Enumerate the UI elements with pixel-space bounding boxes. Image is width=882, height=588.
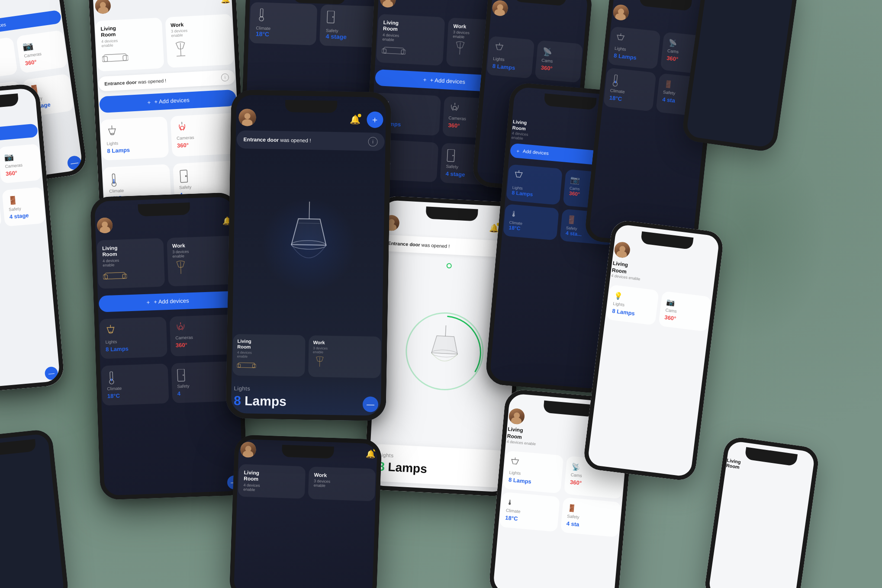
sofa-icon: [382, 45, 406, 57]
dial-ring: [404, 310, 486, 392]
lights-card: Lights 8 Lamps: [608, 26, 661, 69]
svg-point-8: [180, 126, 184, 129]
living-room-card[interactable]: LivingRoom 4 devicesenable: [232, 334, 306, 377]
door-icon: [178, 169, 190, 183]
work-room-name: Work: [313, 340, 377, 347]
phone-8-featured: 🔔 ＋ Entrance door was opened ! i: [225, 90, 391, 421]
camera-icon: 📷: [4, 150, 35, 162]
plus-icon: ＋: [422, 76, 428, 84]
cameras-value: 360°: [5, 168, 36, 177]
svg-rect-32: [105, 272, 125, 279]
phone-11: 🔔 LivingRoom 4 devicesenable Work 3 devi…: [229, 434, 382, 588]
dial-indicator: [446, 263, 452, 269]
door-icon: [446, 149, 456, 163]
cameras-card: 📡 Cams 360°: [535, 40, 583, 83]
living-room-card[interactable]: LivingRoom 4 devicesenable: [97, 238, 165, 289]
lights-card: Lights 8 Lamps: [506, 164, 563, 205]
cameras-value: 360°: [541, 64, 576, 74]
notification-text: Entrance door was opened !: [244, 136, 311, 144]
minus-button[interactable]: —: [67, 155, 82, 170]
climate-card: Climate 18°C: [603, 67, 657, 111]
notification-bar: Entrance door was opened ! i: [236, 130, 385, 151]
pendant-lamp-icon: [105, 325, 116, 338]
door-icon: 🚪: [8, 193, 39, 206]
door-icon: [177, 369, 186, 382]
bell-button[interactable]: 🔔: [366, 449, 376, 459]
add-devices-button[interactable]: ＋ + Add devices: [99, 90, 237, 113]
climate-card: 🌡 Climate 18°C: [499, 492, 560, 532]
avatar: [238, 109, 256, 126]
living-room-card[interactable]: LivingRoom 4 devicesenable: [376, 14, 445, 66]
living-room-name: LivingRoom: [383, 19, 440, 35]
living-room-devices: 4 devicesenable: [101, 36, 158, 48]
collapse-button[interactable]: —: [363, 396, 379, 412]
climate-card: Climate 18°C: [101, 363, 169, 405]
work-room-card[interactable]: Work 3 devicesenable: [308, 335, 381, 378]
lights-card: Lights 8 Lamps: [100, 116, 169, 161]
safety-card: 🚪 Safety 4 stage: [2, 187, 45, 227]
svg-line-21: [460, 42, 460, 55]
avatar: [612, 4, 630, 21]
cameras-label: Cameras: [5, 161, 35, 169]
camera-icon: [175, 322, 187, 334]
living-room-card[interactable]: LivingRoom 4 devicesenable: [95, 18, 164, 72]
lights-card: Lights 8 Lamps: [486, 36, 534, 79]
add-devices-button[interactable]: ＋ Add devices: [0, 123, 38, 144]
avatar: [380, 0, 396, 8]
lights-card: Lights 8 Lamps: [502, 451, 563, 494]
safety-label: Safety: [177, 382, 233, 389]
lights-label: Lights: [234, 385, 378, 394]
living-room-name: LivingRoom: [244, 469, 300, 484]
room-cards-bottom: LivingRoom 4 devicesenable Work 3 device…: [232, 334, 381, 380]
svg-point-25: [453, 106, 456, 109]
living-room-name: LivingRoom: [237, 338, 301, 351]
camera-icon: [176, 121, 188, 134]
work-room-devices: 3 devicesenable: [313, 346, 377, 355]
climate-card: Climate 18°C: [249, 2, 317, 45]
bell-button[interactable]: 🔔: [350, 114, 361, 125]
living-room-label: LivingRoom: [721, 457, 817, 480]
thermometer-icon: [108, 173, 119, 187]
floor-lamp-icon: [312, 356, 326, 368]
cameras-value: 360°: [176, 340, 232, 349]
lights-value: 8 Lamps: [0, 62, 12, 74]
living-room-devices: 4 devicesenable: [243, 483, 300, 494]
floor-lamp-icon: [173, 260, 189, 276]
collapse-button[interactable]: —: [44, 366, 58, 380]
climate-value: 18°C: [256, 30, 310, 39]
living-room-card[interactable]: LivingRoom 4 devicesenable: [238, 464, 306, 499]
thermometer-icon: [256, 8, 267, 22]
svg-line-3: [180, 43, 181, 56]
bell-button[interactable]: 🔔: [220, 0, 230, 4]
svg-rect-14: [260, 8, 263, 17]
pendant-lamp-icon: [106, 125, 119, 139]
plus-icon: ＋: [145, 298, 151, 306]
add-devices-button[interactable]: ＋ + Add devices: [99, 291, 236, 312]
living-room-devices: 4 devicesenable: [382, 32, 439, 44]
add-devices-label: + Add devices: [430, 77, 465, 85]
device-grid: Climate 18°C Safety 4 stage: [249, 2, 387, 48]
top-nav: 🔔 ＋: [231, 109, 391, 133]
living-room-name: LivingRoom: [100, 23, 157, 39]
thermometer-icon: [106, 371, 116, 385]
bell-button[interactable]: 🔔: [489, 223, 499, 233]
lights-info-card: Lights 8 Lamps: [369, 443, 508, 488]
climate-card: 🌡 Climate 18°C: [503, 204, 559, 241]
info-icon: i: [368, 137, 377, 146]
sofa-icon: [237, 361, 256, 370]
work-room-card[interactable]: Work 3 devicesenable: [167, 236, 235, 286]
svg-point-30: [452, 155, 454, 156]
avatar: [95, 0, 111, 14]
living-room-name: LivingRoom: [102, 244, 159, 258]
living-room-devices: 4 devicesenable: [237, 350, 301, 360]
phone-bottom-far-right: LivingRoom: [703, 436, 821, 588]
thermometer-icon: 🌡: [510, 209, 554, 222]
safety-value: 4: [177, 389, 234, 397]
work-room-card[interactable]: Work 3 devicesenable: [308, 466, 376, 501]
lights-value: 8 Lamps: [107, 145, 164, 154]
thermometer-icon: [611, 74, 621, 87]
add-button[interactable]: ＋: [367, 111, 383, 128]
lights-label: Lights: [105, 337, 161, 344]
work-room-card[interactable]: Work 3 devicesenable: [165, 14, 234, 68]
cameras-card: 📷 Cameras 360°: [16, 30, 68, 73]
